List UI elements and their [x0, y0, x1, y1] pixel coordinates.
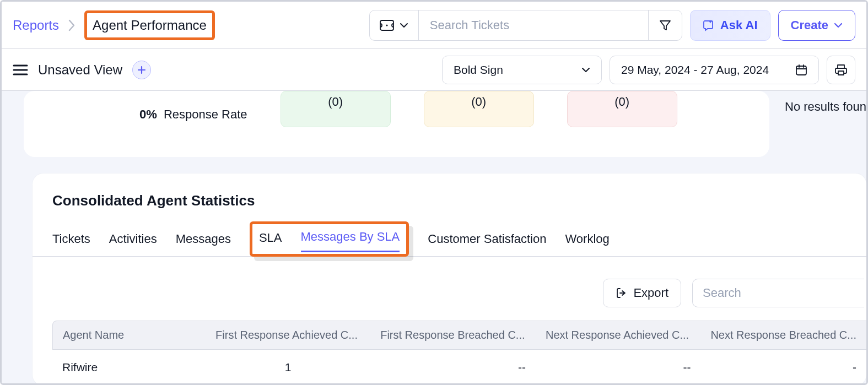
filter-icon	[659, 19, 672, 32]
create-label: Create	[791, 18, 828, 32]
sub-bar: Unsaved View Bold Sign 29 May, 2024 - 27…	[2, 49, 866, 91]
add-view-button[interactable]	[132, 61, 151, 79]
brand-select[interactable]: Bold Sign	[442, 56, 602, 84]
breadcrumb: Reports Agent Performance	[13, 10, 215, 40]
stats-tabs: Tickets Activities Messages SLA Messages…	[33, 209, 866, 257]
metrics-card: 0% Response Rate (0) (0) (0)	[24, 91, 769, 157]
export-label: Export	[633, 286, 668, 300]
stat-value-1: (0)	[328, 95, 343, 109]
tab-tickets[interactable]: Tickets	[52, 226, 90, 256]
brand-selected-label: Bold Sign	[454, 63, 503, 77]
content-area: 0% Response Rate (0) (0) (0) No results …	[2, 91, 866, 383]
view-title: Unsaved View	[38, 62, 122, 78]
highlighted-tabs: SLA Messages By SLA	[250, 221, 409, 257]
cell-agent: Rifwire	[52, 350, 206, 385]
export-icon	[616, 287, 628, 299]
col-next-response-breached[interactable]: Next Response Breached C...	[700, 321, 866, 350]
col-next-response-achieved[interactable]: Next Response Achieved C...	[536, 321, 700, 350]
sub-bar-right: Bold Sign 29 May, 2024 - 27 Aug, 2024	[442, 56, 855, 84]
table-row[interactable]: Rifwire 1 -- -- -	[52, 350, 866, 385]
search-input[interactable]	[429, 18, 638, 33]
col-first-response-breached[interactable]: First Response Breached C...	[370, 321, 536, 350]
sub-bar-left: Unsaved View	[13, 61, 151, 79]
export-button[interactable]: Export	[603, 279, 681, 307]
tab-customer-satisfaction[interactable]: Customer Satisfaction	[428, 226, 546, 256]
ask-ai-button[interactable]: Ask AI	[690, 10, 770, 41]
cell-c1: 1	[206, 350, 370, 385]
tab-messages[interactable]: Messages	[176, 226, 231, 256]
svg-rect-2	[796, 66, 806, 75]
tab-worklog[interactable]: Worklog	[565, 226, 609, 256]
cell-c3: --	[536, 350, 700, 385]
stat-box-yellow: (0)	[424, 91, 534, 127]
stats-title: Consolidated Agent Statistics	[33, 192, 866, 209]
date-range-select[interactable]: 29 May, 2024 - 27 Aug, 2024	[610, 56, 819, 84]
page-title: Agent Performance	[84, 10, 215, 40]
response-rate: 0% Response Rate	[139, 107, 247, 122]
chevron-right-icon	[68, 19, 76, 31]
col-first-response-achieved[interactable]: First Response Achieved C...	[206, 321, 370, 350]
plus-icon	[137, 66, 146, 74]
chevron-down-icon	[581, 67, 590, 73]
stat-box-red: (0)	[567, 91, 677, 127]
no-results-text: No results foun	[785, 91, 866, 114]
chevron-down-icon	[400, 23, 408, 28]
table-header-row: Agent Name First Response Achieved C... …	[52, 321, 866, 350]
ask-ai-label: Ask AI	[720, 18, 758, 32]
top-bar: Reports Agent Performance	[2, 2, 866, 49]
avatar-placeholder	[24, 91, 106, 123]
chevron-down-icon	[834, 23, 843, 28]
printer-icon	[834, 63, 848, 77]
filter-button[interactable]	[649, 10, 682, 40]
tab-sla[interactable]: SLA	[259, 229, 282, 252]
stat-value-2: (0)	[471, 95, 486, 109]
create-button[interactable]: Create	[778, 10, 855, 41]
stats-table: Agent Name First Response Achieved C... …	[52, 321, 866, 385]
response-rate-value: 0%	[139, 107, 157, 121]
print-button[interactable]	[827, 56, 855, 84]
top-bar-right: Ask AI Create	[369, 10, 855, 41]
cell-c4: -	[700, 350, 866, 385]
cell-c2: --	[370, 350, 536, 385]
stats-panel: Consolidated Agent Statistics Tickets Ac…	[33, 173, 866, 385]
col-agent-name[interactable]: Agent Name	[52, 321, 206, 350]
svg-point-1	[386, 24, 387, 26]
metrics-row: 0% Response Rate (0) (0) (0) No results …	[2, 91, 866, 157]
tab-messages-by-sla[interactable]: Messages By SLA	[301, 227, 400, 252]
menu-icon[interactable]	[13, 64, 28, 76]
tab-activities[interactable]: Activities	[109, 226, 157, 256]
stat-box-green: (0)	[281, 91, 391, 127]
date-range-label: 29 May, 2024 - 27 Aug, 2024	[621, 63, 769, 77]
stat-value-3: (0)	[614, 95, 629, 109]
calendar-icon	[795, 64, 807, 76]
sparkle-icon	[703, 19, 715, 31]
ticket-type-picker[interactable]	[370, 10, 419, 40]
table-toolbar: Export	[33, 257, 866, 321]
ticket-icon	[380, 20, 394, 31]
table-search-input[interactable]	[692, 279, 864, 307]
response-rate-label: Response Rate	[164, 107, 247, 121]
breadcrumb-root[interactable]: Reports	[13, 18, 59, 33]
ticket-search[interactable]	[419, 10, 649, 40]
ticket-search-group	[369, 10, 682, 41]
